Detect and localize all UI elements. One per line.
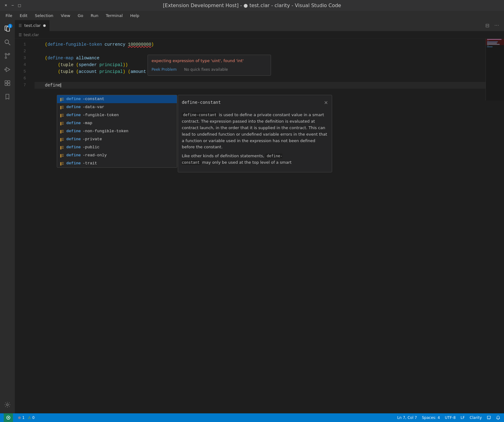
breadcrumb: ☰ test.clar <box>15 31 504 39</box>
ac-text-define-6: define <box>66 144 81 151</box>
svg-point-4 <box>5 53 7 55</box>
ac-icon-3 <box>60 121 65 126</box>
remote-badge[interactable] <box>4 413 13 422</box>
extensions-icon <box>4 80 11 87</box>
language-status[interactable]: Clarity <box>470 416 482 420</box>
ac-item-define-constant[interactable]: define-constant <box>57 95 177 103</box>
spaces-status[interactable]: Spaces: 4 <box>422 416 440 420</box>
encoding-status[interactable]: UTF-8 <box>445 416 456 420</box>
doc-panel-close-button[interactable]: ✕ <box>324 99 328 107</box>
ac-item-define-public[interactable]: define-public <box>57 143 177 151</box>
status-left: ⊗ 1 ⚠ 0 <box>18 416 35 420</box>
sidebar-item-extensions[interactable] <box>1 77 14 89</box>
tab-filename: test.clar <box>24 23 41 28</box>
split-editor-button[interactable]: ⊟ <box>484 22 490 29</box>
menu-edit[interactable]: Edit <box>17 12 31 19</box>
ac-item-define-non-fungible-token[interactable]: define-non-fungible-token <box>57 127 177 135</box>
code-line-2 <box>35 48 504 55</box>
notifications-button[interactable] <box>496 416 500 420</box>
ac-text-suffix-5: -private <box>83 136 102 143</box>
source-control-icon <box>4 53 11 59</box>
cursor-position-status[interactable]: Ln 7, Col 7 <box>397 416 417 420</box>
minimap <box>485 39 504 100</box>
remote-icon <box>6 416 10 420</box>
ac-text-define-2: define <box>66 112 81 119</box>
menu-go[interactable]: Go <box>75 12 86 19</box>
ac-icon-6 <box>60 145 65 150</box>
tab-bar: ☰ test.clar ⊟ ··· <box>15 20 504 31</box>
code-line-6 <box>35 75 504 82</box>
svg-rect-10 <box>8 81 10 83</box>
ac-item-define-fungible-token[interactable]: define-fungible-token <box>57 111 177 119</box>
line-ending-status[interactable]: LF <box>460 416 465 420</box>
ac-icon-8 <box>60 161 65 166</box>
ac-icon-4 <box>60 129 65 134</box>
minimap-line-3 <box>487 41 498 42</box>
feedback-icon <box>487 416 491 420</box>
ac-item-define-data-var[interactable]: define-data-var <box>57 103 177 111</box>
menu-selection[interactable]: Selection <box>32 12 56 19</box>
more-actions-button[interactable]: ··· <box>493 22 500 29</box>
status-right: Ln 7, Col 7 Spaces: 4 UTF-8 LF Clarity <box>397 416 500 420</box>
line-ending-label: LF <box>460 416 465 420</box>
maximize-button[interactable]: □ <box>17 3 22 8</box>
sidebar-item-explorer[interactable]: 1 <box>1 23 14 35</box>
search-icon <box>4 39 11 46</box>
ac-item-define-trait[interactable]: define-trait <box>57 159 177 167</box>
notifications-icon <box>496 416 500 420</box>
doc-panel-title: define-constant <box>182 99 221 106</box>
svg-point-2 <box>5 40 9 44</box>
title-bar: ✕ ─ □ [Extension Development Host] - ● t… <box>0 0 504 11</box>
ac-item-define-private[interactable]: define-private <box>57 135 177 143</box>
svg-rect-12 <box>8 83 10 86</box>
cursor-position: Ln 7, Col 7 <box>397 416 417 420</box>
minimize-button[interactable]: ─ <box>10 3 15 8</box>
ac-text-suffix-1: -data-var <box>83 104 104 111</box>
menu-view[interactable]: View <box>58 12 73 19</box>
sidebar-item-settings[interactable] <box>1 399 14 411</box>
warning-count: 0 <box>32 416 35 420</box>
svg-marker-7 <box>6 67 10 72</box>
editor-tab-test-clar[interactable]: ☰ test.clar <box>15 20 50 31</box>
ac-item-define-map[interactable]: define-map <box>57 119 177 127</box>
menu-help[interactable]: Help <box>127 12 143 19</box>
error-icon: ⊗ <box>18 416 21 420</box>
spaces-label: Spaces: 4 <box>422 416 440 420</box>
code-editor[interactable]: 1 2 3 4 5 6 7 (define-fungible-token cur… <box>15 39 504 413</box>
error-tooltip: expecting expression of type 'uint', fou… <box>148 55 271 76</box>
svg-point-5 <box>8 53 10 55</box>
tab-file-icon: ☰ <box>19 23 22 28</box>
ac-icon-5 <box>60 137 65 142</box>
main-layout: 1 <box>0 20 504 413</box>
error-message: expecting expression of type 'uint', fou… <box>152 57 267 64</box>
ac-item-define-read-only[interactable]: define-read-only <box>57 151 177 159</box>
ac-icon-1 <box>60 105 65 110</box>
minimap-content <box>486 39 504 101</box>
activity-bar: 1 <box>0 20 15 413</box>
window-title: [Extension Development Host] - ● test.cl… <box>163 2 341 8</box>
ac-text-suffix-2: -fungible-token <box>83 112 119 119</box>
ac-text-define-5: define <box>66 136 81 143</box>
settings-icon <box>4 401 11 408</box>
ac-text-define-7: define <box>66 152 81 159</box>
errors-status[interactable]: ⊗ 1 ⚠ 0 <box>18 416 35 420</box>
sidebar-item-source-control[interactable] <box>1 50 14 62</box>
run-debug-icon <box>4 66 11 73</box>
menu-file[interactable]: File <box>2 12 15 19</box>
ac-icon-7 <box>60 153 65 158</box>
menu-run[interactable]: Run <box>88 12 102 19</box>
sidebar-item-run-debug[interactable] <box>1 63 14 76</box>
close-button[interactable]: ✕ <box>4 3 8 8</box>
breadcrumb-filename: test.clar <box>24 33 39 37</box>
editor-area: ☰ test.clar ⊟ ··· ☰ test.clar 1 2 3 4 <box>15 20 504 413</box>
svg-point-13 <box>6 404 8 406</box>
autocomplete-dropdown: define-constant define-data-var <box>57 95 177 168</box>
svg-rect-11 <box>5 83 7 86</box>
sidebar-item-search[interactable] <box>1 36 14 49</box>
peek-problem-button[interactable]: Peek Problem <box>152 66 177 73</box>
menu-terminal[interactable]: Terminal <box>103 12 126 19</box>
sidebar-item-bookmarks[interactable] <box>1 91 14 103</box>
svg-rect-9 <box>5 81 7 83</box>
feedback-button[interactable] <box>487 416 491 420</box>
minimap-line-7 <box>487 46 493 47</box>
